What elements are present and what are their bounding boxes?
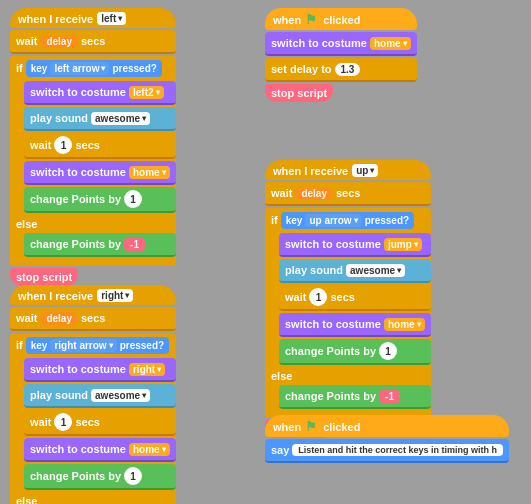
costume-dropdown-3[interactable]: home [370, 37, 411, 50]
wait2-block-2: wait 1 secs [24, 410, 176, 436]
set-delay-3: set delay to 1.3 [265, 58, 417, 82]
group1: when I receive left wait delay secs if k… [10, 8, 176, 288]
if-block-1: if key left arrow pressed? switch to cos… [10, 56, 176, 266]
num-bubble-2: 1 [54, 413, 72, 431]
when-clicked-hat-5[interactable]: when ⚑ clicked [265, 415, 509, 437]
change-points-4: change Points by 1 [279, 339, 431, 365]
num-bubble-4: 1 [309, 288, 327, 306]
delay-pill-2[interactable]: delay [40, 312, 78, 325]
key-label-2: key [31, 340, 48, 351]
when-receive-label-4: when I receive [273, 165, 348, 177]
wait2-block-4: wait 1 secs [279, 285, 431, 311]
receive-dropdown-2[interactable]: right [97, 289, 133, 302]
stop-script-3[interactable]: stop script [265, 84, 333, 102]
stop-script-1[interactable]: stop script [10, 268, 78, 286]
change2-val-1: -1 [124, 238, 145, 251]
flag-icon-3: ⚑ [305, 12, 317, 27]
wait-block-4: wait delay secs [265, 182, 431, 206]
switch-costume-3: switch to costume home [265, 32, 417, 56]
if-block-4: if key up arrow pressed? switch to costu… [265, 208, 431, 418]
pressed-label-1: pressed? [112, 63, 156, 74]
change-points-2: change Points by 1 [24, 464, 176, 490]
change-points-1: change Points by 1 [24, 187, 176, 213]
when-clicked-hat-3[interactable]: when ⚑ clicked [265, 8, 417, 30]
switch-costume2-4: switch to costume home [279, 313, 431, 337]
group5: when ⚑ clicked say Listen and hit the co… [265, 415, 509, 465]
num-bubble-1: 1 [54, 136, 72, 154]
change2-val-4: -1 [379, 390, 400, 403]
switch-costume-4: switch to costume jump [279, 233, 431, 257]
receive-dropdown-1[interactable]: left [97, 12, 126, 25]
receive-dropdown-4[interactable]: up [352, 164, 378, 177]
costume2-dropdown-2[interactable]: home [129, 443, 170, 456]
delay-val-3: 1.3 [335, 63, 361, 76]
when-receive-hat-1[interactable]: when I receive left [10, 8, 176, 28]
costume-dropdown-1[interactable]: left2 [129, 86, 164, 99]
when-receive-hat-2[interactable]: when I receive right [10, 285, 176, 305]
costume-dropdown-2[interactable]: right [129, 363, 165, 376]
switch-costume2-1: switch to costume home [24, 161, 176, 185]
group3: when ⚑ clicked switch to costume home se… [265, 8, 417, 104]
key-label-1: key [31, 63, 48, 74]
key-dropdown-1[interactable]: left arrow [50, 62, 109, 75]
say-val-5: Listen and hit the correct keys in timin… [292, 444, 503, 456]
key-label-4: key [286, 215, 303, 226]
sound-dropdown-4[interactable]: awesome [346, 264, 405, 277]
change-val-4: 1 [379, 342, 397, 360]
if-block-2: if key right arrow pressed? switch to co… [10, 333, 176, 504]
else-label-4: else [265, 368, 431, 384]
change-points2-4: change Points by -1 [279, 385, 431, 409]
change-points2-1: change Points by -1 [24, 233, 176, 257]
wait-block-2: wait delay secs [10, 307, 176, 331]
pressed-label-2: pressed? [120, 340, 164, 351]
costume2-dropdown-1[interactable]: home [129, 166, 170, 179]
change-val-1: 1 [124, 190, 142, 208]
costume2-dropdown-4[interactable]: home [384, 318, 425, 331]
costume-dropdown-4[interactable]: jump [384, 238, 422, 251]
play-sound-2: play sound awesome [24, 384, 176, 408]
when-receive-label-1: when I receive [18, 13, 93, 25]
sound-dropdown-1[interactable]: awesome [91, 112, 150, 125]
switch-costume2-2: switch to costume home [24, 438, 176, 462]
else-label-2: else [10, 493, 176, 504]
switch-costume-1: switch to costume left2 [24, 81, 176, 105]
wait-block-1: wait delay secs [10, 30, 176, 54]
group4: when I receive up wait delay secs if key… [265, 160, 431, 440]
group2: when I receive right wait delay secs if … [10, 285, 176, 504]
switch-costume-2: switch to costume right [24, 358, 176, 382]
play-sound-1: play sound awesome [24, 107, 176, 131]
wait2-block-1: wait 1 secs [24, 133, 176, 159]
sound-dropdown-2[interactable]: awesome [91, 389, 150, 402]
delay-pill-4[interactable]: delay [295, 187, 333, 200]
key-dropdown-4[interactable]: up arrow [305, 214, 361, 227]
flag-icon-5: ⚑ [305, 419, 317, 434]
play-sound-4: play sound awesome [279, 259, 431, 283]
delay-pill-1[interactable]: delay [40, 35, 78, 48]
else-label-1: else [10, 216, 176, 232]
when-receive-label-2: when I receive [18, 290, 93, 302]
pressed-label-4: pressed? [365, 215, 409, 226]
say-block-5: say Listen and hit the correct keys in t… [265, 439, 509, 463]
when-receive-hat-4[interactable]: when I receive up [265, 160, 431, 180]
change-val-2: 1 [124, 467, 142, 485]
key-dropdown-2[interactable]: right arrow [50, 339, 116, 352]
